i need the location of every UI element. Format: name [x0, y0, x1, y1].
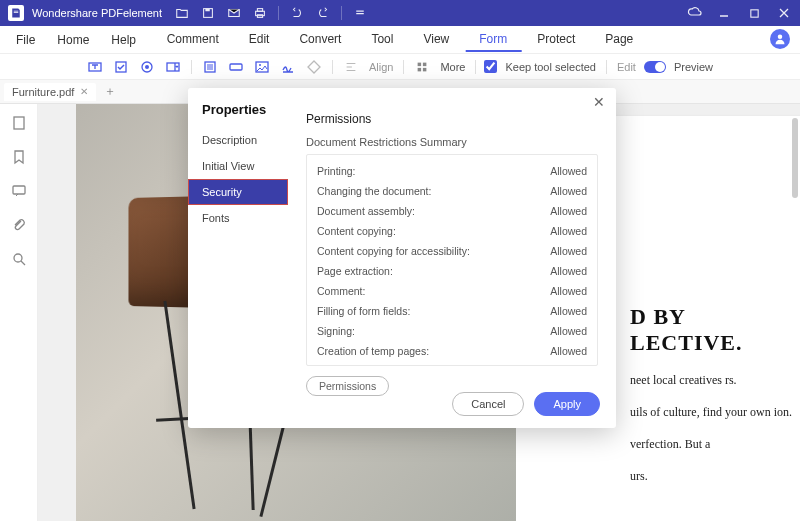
mail-icon[interactable] — [226, 5, 242, 21]
menu-help[interactable]: Help — [101, 29, 146, 51]
perm-row-signing: Signing:Allowed — [317, 321, 587, 341]
body-fragment-1: neet local creatives rs. — [630, 371, 800, 389]
date-field-icon[interactable] — [304, 57, 324, 77]
cloud-sync-icon[interactable] — [686, 5, 702, 21]
perm-row-assembly: Document assembly:Allowed — [317, 201, 587, 221]
print-icon[interactable] — [252, 5, 268, 21]
menu-protect[interactable]: Protect — [523, 28, 589, 52]
menu-view[interactable]: View — [409, 28, 463, 52]
perm-row-accessibility: Content copying for accessibility:Allowe… — [317, 241, 587, 261]
keep-tool-checkbox[interactable] — [484, 60, 497, 73]
open-file-icon[interactable] — [174, 5, 190, 21]
close-tab-icon[interactable]: ✕ — [80, 86, 88, 97]
svg-rect-17 — [418, 62, 422, 66]
minimize-icon[interactable] — [716, 5, 732, 21]
dialog-tab-security[interactable]: Security — [188, 179, 288, 205]
search-panel-icon[interactable] — [10, 250, 28, 268]
menu-home[interactable]: Home — [47, 29, 99, 51]
svg-point-16 — [259, 64, 261, 66]
maximize-icon[interactable] — [746, 5, 762, 21]
svg-rect-14 — [230, 64, 242, 70]
user-avatar-icon[interactable] — [770, 29, 790, 49]
bookmarks-icon[interactable] — [10, 148, 28, 166]
tab-filename: Furniture.pdf — [12, 86, 74, 98]
cancel-button[interactable]: Cancel — [452, 392, 524, 416]
menu-convert[interactable]: Convert — [285, 28, 355, 52]
svg-point-11 — [145, 65, 149, 69]
menu-page[interactable]: Page — [591, 28, 647, 52]
menu-tool[interactable]: Tool — [357, 28, 407, 52]
vertical-scrollbar[interactable] — [792, 118, 798, 198]
menu-file[interactable]: File — [6, 29, 45, 51]
checkbox-field-icon[interactable] — [111, 57, 131, 77]
app-title: Wondershare PDFelement — [32, 7, 162, 19]
keep-tool-label: Keep tool selected — [503, 61, 598, 73]
signature-field-icon[interactable] — [278, 57, 298, 77]
perm-row-form-fields: Filling of form fields:Allowed — [317, 301, 587, 321]
body-fragment-2: uils of culture, find your own ion. — [630, 403, 800, 421]
document-text-content: D BY LECTIVE. neet local creatives rs. u… — [630, 304, 800, 485]
dialog-sidebar: Properties Description Initial View Secu… — [188, 88, 288, 428]
perm-row-printing: Printing:Allowed — [317, 161, 587, 181]
image-field-icon[interactable] — [252, 57, 272, 77]
more-label[interactable]: More — [438, 61, 467, 73]
body-fragment-3: verfection. But a — [630, 435, 800, 453]
svg-rect-21 — [14, 117, 24, 129]
more-icon[interactable] — [412, 57, 432, 77]
radio-field-icon[interactable] — [137, 57, 157, 77]
attachments-icon[interactable] — [10, 216, 28, 234]
dialog-tab-initial-view[interactable]: Initial View — [188, 153, 288, 179]
button-field-icon[interactable] — [226, 57, 246, 77]
svg-rect-1 — [205, 9, 209, 12]
dialog-footer: Cancel Apply — [452, 392, 600, 416]
save-icon[interactable] — [200, 5, 216, 21]
permissions-table: Printing:Allowed Changing the document:A… — [306, 154, 598, 366]
preview-mode-label[interactable]: Preview — [672, 61, 715, 73]
properties-dialog: Properties Description Initial View Secu… — [188, 88, 616, 428]
comments-panel-icon[interactable] — [10, 182, 28, 200]
customize-qat-icon[interactable] — [352, 5, 368, 21]
separator — [341, 6, 342, 20]
dialog-content: ✕ Permissions Document Restrictions Summ… — [288, 88, 616, 428]
body-fragment-4: urs. — [630, 467, 800, 485]
dialog-tab-description[interactable]: Description — [188, 127, 288, 153]
svg-rect-6 — [750, 9, 757, 16]
dialog-tab-fonts[interactable]: Fonts — [188, 205, 288, 231]
apply-button[interactable]: Apply — [534, 392, 600, 416]
perm-row-copying: Content copying:Allowed — [317, 221, 587, 241]
dialog-title: Properties — [188, 102, 288, 127]
document-tab[interactable]: Furniture.pdf ✕ — [4, 83, 96, 101]
text-field-icon[interactable] — [85, 57, 105, 77]
undo-icon[interactable] — [289, 5, 305, 21]
svg-rect-19 — [418, 67, 422, 71]
menu-edit[interactable]: Edit — [235, 28, 284, 52]
permissions-button[interactable]: Permissions — [306, 376, 389, 396]
listbox-field-icon[interactable] — [200, 57, 220, 77]
align-icon[interactable] — [341, 57, 361, 77]
form-toolbar: Align More Keep tool selected Edit Previ… — [0, 54, 800, 80]
menu-form[interactable]: Form — [465, 28, 521, 52]
svg-point-23 — [14, 254, 22, 262]
separator — [278, 6, 279, 20]
thumbnails-icon[interactable] — [10, 114, 28, 132]
quick-access-toolbar — [174, 5, 368, 21]
separator — [332, 60, 333, 74]
svg-rect-20 — [423, 67, 427, 71]
add-tab-icon[interactable]: ＋ — [102, 84, 118, 100]
separator — [403, 60, 404, 74]
separator — [475, 60, 476, 74]
redo-icon[interactable] — [315, 5, 331, 21]
edit-mode-label[interactable]: Edit — [615, 61, 638, 73]
separator — [191, 60, 192, 74]
window-controls — [686, 5, 792, 21]
restrictions-summary-label: Document Restrictions Summary — [306, 136, 598, 148]
close-window-icon[interactable] — [776, 5, 792, 21]
menu-comment[interactable]: Comment — [153, 28, 233, 52]
dialog-close-icon[interactable]: ✕ — [590, 94, 608, 112]
preview-toggle[interactable] — [644, 61, 666, 73]
left-navigation-rail — [0, 104, 38, 521]
combobox-field-icon[interactable] — [163, 57, 183, 77]
permissions-heading: Permissions — [306, 112, 598, 126]
svg-rect-4 — [257, 9, 262, 12]
perm-row-temp-pages: Creation of temp pages:Allowed — [317, 341, 587, 361]
